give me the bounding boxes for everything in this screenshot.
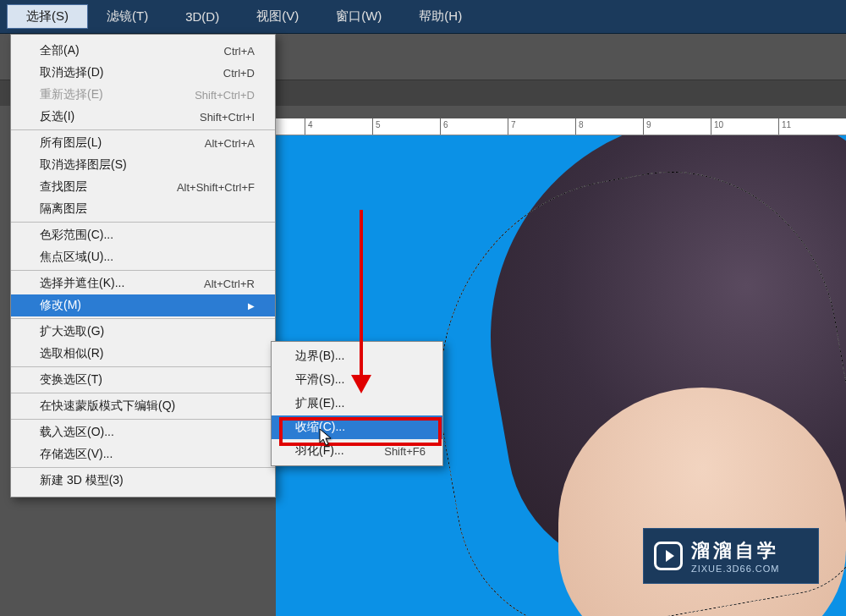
menu-item-all-layers[interactable]: 所有图层(L) Alt+Ctrl+A <box>11 132 275 154</box>
submenu-item-border[interactable]: 边界(B)... <box>272 344 442 368</box>
play-icon <box>654 542 683 570</box>
submenu-item-smooth[interactable]: 平滑(S)... <box>272 368 442 392</box>
menu-window[interactable]: 窗口(W) <box>317 5 400 28</box>
menu-shortcut: Ctrl+A <box>224 45 255 58</box>
menu-label: 存储选区(V)... <box>40 447 113 462</box>
menu-label: 新建 3D 模型(3) <box>40 473 124 488</box>
submenu-item-contract[interactable]: 收缩(C)... <box>272 415 442 439</box>
menu-item-deselect[interactable]: 取消选择(D) Ctrl+D <box>11 62 275 84</box>
menu-label: 载入选区(O)... <box>40 425 114 440</box>
menu-label: 色彩范围(C)... <box>40 228 113 243</box>
menu-label: 扩展(E)... <box>295 396 344 411</box>
menu-shortcut: Alt+Shift+Ctrl+F <box>177 181 255 194</box>
watermark-title: 溜溜自学 <box>691 538 779 564</box>
menu-label: 取消选择图层(S) <box>40 157 127 173</box>
menu-shortcut: Alt+Ctrl+A <box>205 137 255 150</box>
menu-shortcut: Shift+Ctrl+I <box>200 111 255 124</box>
menu-filter[interactable]: 滤镜(T) <box>88 5 167 28</box>
menu-label: 取消选择(D) <box>40 65 103 80</box>
menu-item-load-selection[interactable]: 载入选区(O)... <box>11 421 275 443</box>
menu-item-isolate-layers[interactable]: 隔离图层 <box>11 198 275 220</box>
menu-item-deselect-layers[interactable]: 取消选择图层(S) <box>11 154 275 176</box>
menu-item-modify[interactable]: 修改(M) ▶ <box>11 294 275 316</box>
ruler-mark <box>711 118 778 135</box>
menu-label: 羽化(F)... <box>295 443 344 459</box>
menu-item-focus-area[interactable]: 焦点区域(U)... <box>11 246 275 268</box>
menu-label: 全部(A) <box>40 43 80 58</box>
ruler-mark <box>372 118 440 135</box>
menubar: 选择(S) 滤镜(T) 3D(D) 视图(V) 窗口(W) 帮助(H) <box>0 0 846 34</box>
modify-submenu: 边界(B)... 平滑(S)... 扩展(E)... 收缩(C)... 羽化(F… <box>271 341 443 466</box>
ruler-mark <box>643 118 711 135</box>
menu-item-inverse[interactable]: 反选(I) Shift+Ctrl+I <box>11 106 275 128</box>
submenu-item-expand[interactable]: 扩展(E)... <box>272 392 442 415</box>
menu-label: 平滑(S)... <box>295 372 344 388</box>
menu-shortcut: Alt+Ctrl+R <box>204 278 255 290</box>
menu-item-select-all[interactable]: 全部(A) Ctrl+A <box>11 40 275 62</box>
menu-label: 焦点区域(U)... <box>40 250 113 265</box>
ruler-mark <box>778 118 846 135</box>
ruler-mark <box>440 118 508 135</box>
menu-label: 收缩(C)... <box>295 420 345 435</box>
menu-3d[interactable]: 3D(D) <box>167 6 238 27</box>
menu-label: 在快速蒙版模式下编辑(Q) <box>40 399 175 414</box>
menu-item-similar[interactable]: 选取相似(R) <box>11 343 275 365</box>
menu-label: 变换选区(T) <box>40 372 102 388</box>
ruler-mark <box>305 118 372 135</box>
menu-item-select-and-mask[interactable]: 选择并遮住(K)... Alt+Ctrl+R <box>11 272 275 294</box>
menu-label: 扩大选取(G) <box>40 324 104 339</box>
menu-item-find-layers[interactable]: 查找图层 Alt+Shift+Ctrl+F <box>11 176 275 198</box>
menu-item-grow[interactable]: 扩大选取(G) <box>11 321 275 343</box>
menu-label: 重新选择(E) <box>40 87 103 102</box>
menu-item-transform-selection[interactable]: 变换选区(T) <box>11 369 275 391</box>
menu-label: 隔离图层 <box>40 201 87 217</box>
menu-label: 修改(M) <box>40 298 81 313</box>
watermark-url: ZIXUE.3D66.COM <box>691 564 779 574</box>
menu-shortcut: Shift+F6 <box>384 445 426 458</box>
submenu-arrow-icon: ▶ <box>248 301 255 311</box>
menu-label: 所有图层(L) <box>40 135 102 151</box>
submenu-item-feather[interactable]: 羽化(F)... Shift+F6 <box>272 439 442 463</box>
menu-label: 选取相似(R) <box>40 346 103 361</box>
menu-shortcut: Shift+Ctrl+D <box>195 89 255 102</box>
menu-shortcut: Ctrl+D <box>223 67 255 80</box>
ruler-mark <box>508 118 575 135</box>
ruler-mark <box>575 118 643 135</box>
menu-item-reselect: 重新选择(E) Shift+Ctrl+D <box>11 84 275 106</box>
menu-item-color-range[interactable]: 色彩范围(C)... <box>11 224 275 246</box>
menu-item-save-selection[interactable]: 存储选区(V)... <box>11 443 275 465</box>
menu-item-quick-mask[interactable]: 在快速蒙版模式下编辑(Q) <box>11 395 275 417</box>
menu-select[interactable]: 选择(S) <box>7 4 88 29</box>
menu-label: 查找图层 <box>40 179 87 195</box>
menu-help[interactable]: 帮助(H) <box>400 5 481 28</box>
menu-view[interactable]: 视图(V) <box>238 5 317 28</box>
menu-item-new-3d-model[interactable]: 新建 3D 模型(3) <box>11 470 275 492</box>
menu-label: 选择并遮住(K)... <box>40 276 124 291</box>
menu-label: 边界(B)... <box>295 349 344 364</box>
menu-label: 反选(I) <box>40 109 74 124</box>
select-dropdown-menu: 全部(A) Ctrl+A 取消选择(D) Ctrl+D 重新选择(E) Shif… <box>10 34 276 498</box>
watermark-logo: 溜溜自学 ZIXUE.3D66.COM <box>643 528 819 584</box>
